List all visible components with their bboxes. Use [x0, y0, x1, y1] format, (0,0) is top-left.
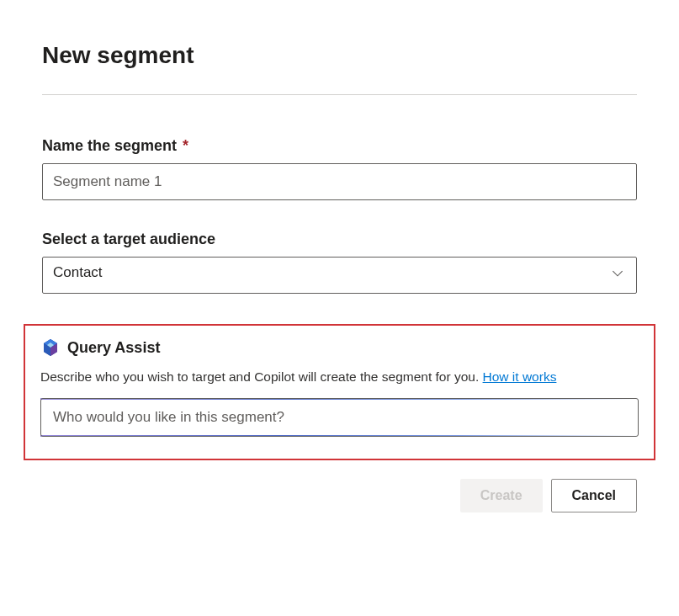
how-it-works-link[interactable]: How it works — [483, 369, 557, 384]
segment-name-label-text: Name the segment — [42, 137, 177, 154]
query-assist-description-text: Describe who you wish to target and Copi… — [40, 369, 479, 384]
target-audience-select-wrapper: Contact — [42, 257, 637, 294]
button-row: Create Cancel — [42, 479, 637, 512]
create-button[interactable]: Create — [460, 479, 543, 512]
segment-name-label: Name the segment * — [42, 137, 637, 155]
cancel-button[interactable]: Cancel — [551, 479, 637, 512]
target-audience-select[interactable]: Contact — [42, 257, 637, 294]
segment-name-field: Name the segment * — [42, 137, 637, 200]
divider — [42, 94, 637, 95]
target-audience-label: Select a target audience — [42, 231, 637, 248]
query-assist-description: Describe who you wish to target and Copi… — [40, 368, 639, 386]
required-indicator: * — [183, 137, 188, 154]
segment-name-input[interactable] — [42, 163, 637, 200]
query-assist-panel: Query Assist Describe who you wish to ta… — [24, 324, 655, 460]
target-audience-field: Select a target audience Contact — [42, 231, 637, 294]
query-assist-input[interactable] — [40, 398, 639, 437]
query-assist-input-wrapper — [40, 398, 639, 437]
query-assist-title: Query Assist — [67, 339, 160, 357]
page-title: New segment — [42, 42, 637, 69]
copilot-icon — [40, 337, 61, 358]
query-assist-header: Query Assist — [40, 337, 639, 358]
